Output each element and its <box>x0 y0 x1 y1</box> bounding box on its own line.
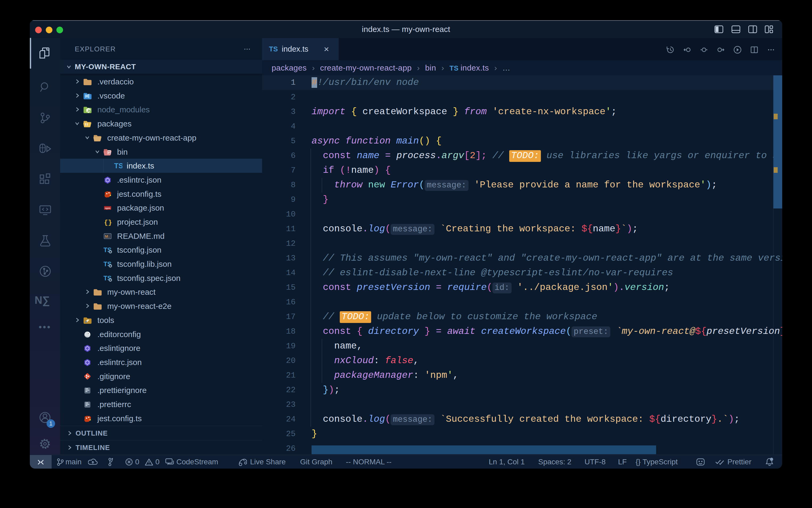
svg-text:M↓: M↓ <box>105 234 110 239</box>
svg-text:JS: JS <box>88 110 91 112</box>
svg-text:10: 10 <box>108 153 111 155</box>
svg-text:TS: TS <box>114 162 123 170</box>
svg-text:{}: {} <box>104 219 112 226</box>
svg-text:npm: npm <box>105 207 110 210</box>
